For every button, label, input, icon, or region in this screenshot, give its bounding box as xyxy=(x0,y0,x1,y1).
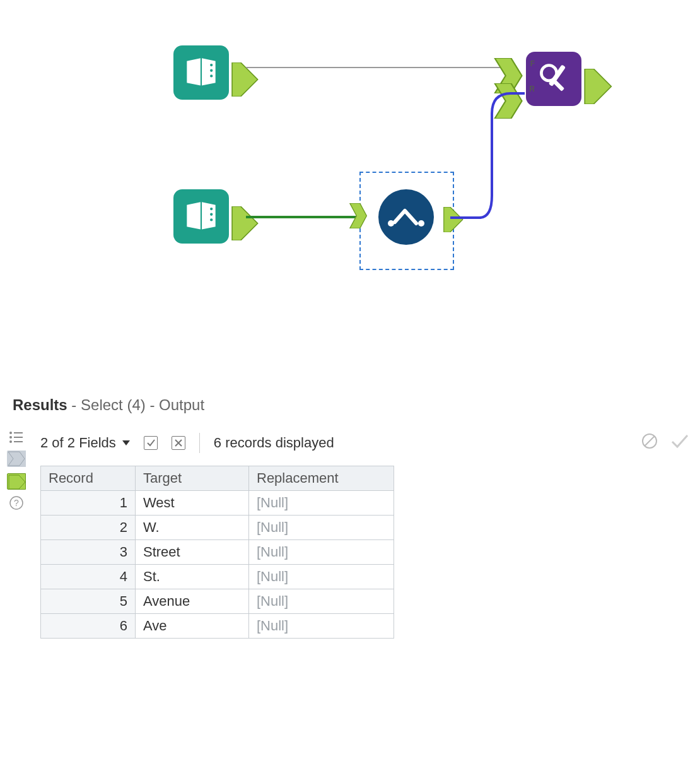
records-displayed-label: 6 records displayed xyxy=(214,435,334,451)
fields-dropdown-label: 2 of 2 Fields xyxy=(40,435,116,451)
help-icon[interactable]: ? xyxy=(9,496,23,513)
svg-point-0 xyxy=(210,64,213,66)
cell-target: Avenue xyxy=(136,589,249,614)
svg-rect-16 xyxy=(14,441,23,442)
results-panel-title: Results - Select (4) - Output xyxy=(0,385,700,421)
results-toolbar: 2 of 2 Fields 6 records displayed xyxy=(40,428,689,466)
input-anchor-tab[interactable] xyxy=(7,451,26,467)
book-icon xyxy=(184,56,218,90)
table-header-row: Record Target Replacement xyxy=(41,466,394,491)
table-row[interactable]: 5 Avenue [Null] xyxy=(41,589,394,614)
svg-line-20 xyxy=(645,436,655,446)
cell-replacement: [Null] xyxy=(249,614,394,639)
table-row[interactable]: 4 St. [Null] xyxy=(41,565,394,589)
separator xyxy=(199,433,200,453)
clear-select-icon[interactable] xyxy=(172,436,185,450)
col-replacement[interactable]: Replacement xyxy=(249,466,394,491)
cell-replacement: [Null] xyxy=(249,565,394,589)
cell-replacement: [Null] xyxy=(249,540,394,565)
text-input-tool-1[interactable] xyxy=(173,45,229,100)
fields-dropdown[interactable]: 2 of 2 Fields xyxy=(40,435,130,451)
cell-record: 5 xyxy=(41,589,136,614)
svg-point-15 xyxy=(9,440,12,443)
cell-replacement: [Null] xyxy=(249,516,394,540)
output-anchor-icon[interactable] xyxy=(229,206,245,227)
results-left-tabs: ? xyxy=(0,421,33,513)
cell-record: 2 xyxy=(41,516,136,540)
cell-target: Street xyxy=(136,540,249,565)
svg-rect-14 xyxy=(14,437,23,438)
list-icon[interactable] xyxy=(8,430,25,444)
text-input-tool-2[interactable] xyxy=(173,189,229,244)
cell-target: Ave xyxy=(136,614,249,639)
svg-rect-12 xyxy=(14,432,23,433)
workflow-canvas[interactable]: F R xyxy=(0,0,700,385)
svg-point-8 xyxy=(210,218,213,221)
connection-3[interactable] xyxy=(448,88,530,221)
select-tool[interactable] xyxy=(378,189,434,245)
find-replace-tool[interactable]: F R xyxy=(526,52,581,106)
check-select-icon[interactable] xyxy=(144,436,158,450)
svg-text:?: ? xyxy=(14,498,19,508)
table-row[interactable]: 2 W. [Null] xyxy=(41,516,394,540)
find-replace-icon xyxy=(536,61,571,97)
results-body: 2 of 2 Fields 6 records displayed xyxy=(33,421,700,639)
cell-record: 1 xyxy=(41,491,136,516)
cell-record: 3 xyxy=(41,540,136,565)
svg-point-1 xyxy=(210,69,213,72)
input-anchor-icon[interactable] xyxy=(338,203,378,231)
cell-target: W. xyxy=(136,516,249,540)
cell-record: 6 xyxy=(41,614,136,639)
table-row[interactable]: 6 Ave [Null] xyxy=(41,614,394,639)
output-anchor-tab[interactable] xyxy=(7,473,26,490)
output-anchor-icon[interactable] xyxy=(229,62,245,83)
anchor-label-f: F xyxy=(530,59,535,68)
col-record[interactable]: Record xyxy=(41,466,136,491)
output-anchor-icon[interactable] xyxy=(581,69,598,89)
cell-replacement: [Null] xyxy=(249,589,394,614)
svg-point-6 xyxy=(210,208,213,210)
results-title-rest: - Select (4) - Output xyxy=(67,396,204,413)
col-target[interactable]: Target xyxy=(136,466,249,491)
svg-point-10 xyxy=(418,220,424,227)
no-entry-icon[interactable] xyxy=(641,432,658,454)
connection-1[interactable] xyxy=(246,67,517,68)
svg-point-11 xyxy=(9,432,12,434)
table-row[interactable]: 3 Street [Null] xyxy=(41,540,394,565)
table-row[interactable]: 1 West [Null] xyxy=(41,491,394,516)
results-table[interactable]: Record Target Replacement 1 West [Null] … xyxy=(40,466,394,639)
results-panel: ? 2 of 2 Fields 6 records displayed xyxy=(0,421,700,639)
select-icon xyxy=(386,204,426,230)
cell-record: 4 xyxy=(41,565,136,589)
svg-point-2 xyxy=(210,74,213,77)
cell-replacement: [Null] xyxy=(249,491,394,516)
cell-target: West xyxy=(136,491,249,516)
caret-down-icon xyxy=(122,440,130,445)
anchor-label-r: R xyxy=(529,85,535,93)
svg-point-7 xyxy=(210,213,213,216)
cell-target: St. xyxy=(136,565,249,589)
book-icon xyxy=(184,199,218,233)
results-title-bold: Results xyxy=(13,396,67,413)
svg-point-13 xyxy=(9,436,12,439)
check-icon[interactable] xyxy=(670,432,689,454)
